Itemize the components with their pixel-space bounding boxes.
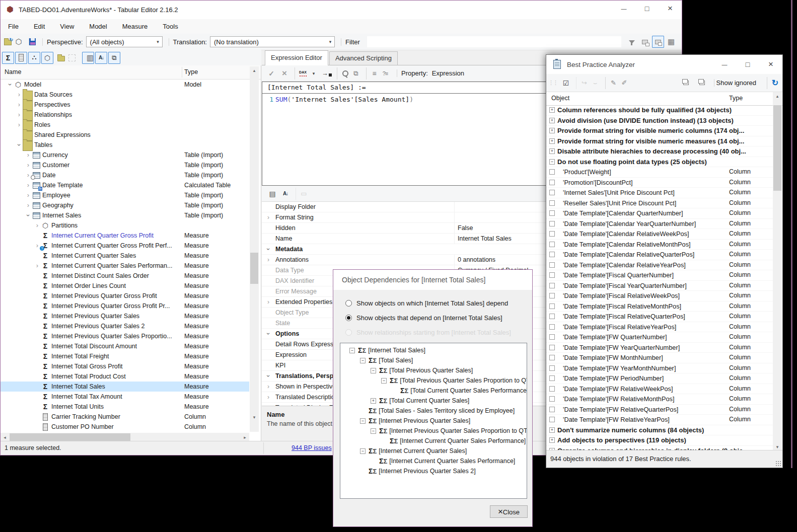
rule-expander-icon[interactable] xyxy=(549,148,555,154)
rule-expander-icon[interactable] xyxy=(549,107,555,113)
bpa-row[interactable]: 'Date Template'[FW RelativeQuarterPos] C… xyxy=(546,405,774,415)
dax-formatter-icon[interactable] xyxy=(295,67,307,80)
dependency-node[interactable]: Σ [Total Previous Quarter Sales] xyxy=(349,365,527,375)
maximize-button[interactable] xyxy=(736,56,759,72)
rule-expander-icon[interactable] xyxy=(549,283,555,288)
dependency-node[interactable]: Σ [Total Current Quarter Sales Performan… xyxy=(349,386,527,396)
bpa-row[interactable]: 'Date Template'[FW PeriodNumber] Column xyxy=(546,373,774,384)
tree-row[interactable]: Tables xyxy=(1,140,249,150)
minimize-button[interactable] xyxy=(612,1,635,17)
bpa-row[interactable]: 'Reseller Sales'[Unit Price Discount Pct… xyxy=(546,198,774,209)
rule-expander-icon[interactable] xyxy=(549,334,555,340)
accept-icon[interactable] xyxy=(265,67,277,80)
tree-row[interactable]: Internet Total Freight Measure xyxy=(1,351,249,361)
tree-row[interactable]: Carrier Tracking Number Column xyxy=(1,412,249,422)
rule-expander-icon[interactable] xyxy=(549,262,555,268)
expander-icon[interactable] xyxy=(25,160,32,170)
expander-icon[interactable] xyxy=(34,261,41,271)
property-pages-icon[interactable] xyxy=(296,188,308,200)
bpa-row[interactable]: 'Internet Sales'[Unit Price Discount Pct… xyxy=(546,188,774,198)
rule-expander-icon[interactable] xyxy=(549,407,555,412)
rule-expander-icon[interactable] xyxy=(549,180,555,185)
cube-icon[interactable] xyxy=(41,52,53,64)
tree-row[interactable]: Date Template Calculated Table xyxy=(1,180,249,190)
dependency-node[interactable]: Σ [Internet Previous Quarter Sales Propo… xyxy=(349,426,527,436)
bpa-row[interactable]: 'Date Template'[FW RelativeYearPos] Colu… xyxy=(546,415,774,425)
perspective-select[interactable]: (All objects) ▾ xyxy=(86,36,163,47)
menu-item[interactable]: Measure xyxy=(115,23,156,30)
bpa-row[interactable]: 'Date Template'[Calendar QuarterNumber] … xyxy=(546,208,774,219)
rule-expander-icon[interactable] xyxy=(549,427,555,433)
tree-row[interactable]: Internet Previous Quarter Sales Measure xyxy=(1,311,249,321)
tree-row[interactable]: Date Table (Import) xyxy=(1,170,249,180)
show-ignored-button[interactable]: Show ignored xyxy=(714,79,759,87)
expander-icon[interactable] xyxy=(7,80,14,90)
menu-item[interactable]: File xyxy=(1,23,26,30)
tree-row[interactable]: Internet Current Quarter Gross Profit Me… xyxy=(1,231,249,241)
cancel-icon[interactable] xyxy=(278,67,291,80)
tree-row[interactable]: Relationships xyxy=(1,110,249,120)
expander-icon[interactable] xyxy=(16,110,23,120)
close-button[interactable] xyxy=(759,56,782,72)
menu-item[interactable]: Tools xyxy=(155,23,185,30)
funnel-icon[interactable] xyxy=(626,36,638,48)
dependency-node[interactable]: Σ [Total Current Quarter Sales] xyxy=(349,396,527,406)
tree-row[interactable]: Roles xyxy=(1,120,249,130)
dependency-node[interactable]: Σ [Total Sales - Sales Territory sliced … xyxy=(349,406,527,416)
categorized-icon[interactable] xyxy=(266,188,278,200)
show-objects-icon[interactable] xyxy=(108,52,120,64)
radio-icon[interactable] xyxy=(345,329,352,336)
rule-expander-icon[interactable] xyxy=(549,190,555,195)
grid-view-icon[interactable] xyxy=(665,36,677,48)
dependency-node[interactable]: Σ [Internet Previous Quarter Sales 2] xyxy=(349,466,527,476)
property-expander-icon[interactable] xyxy=(265,212,272,222)
tree-expander-icon[interactable] xyxy=(349,348,355,353)
explorer-vertical-scrollbar[interactable]: ▴ ▾ xyxy=(250,66,259,432)
scrollbar-thumb[interactable] xyxy=(250,253,258,284)
tree-row[interactable]: Partitions xyxy=(1,220,249,231)
expander-icon[interactable] xyxy=(16,100,23,110)
dependency-node[interactable]: Σ [Internet Current Quarter Sales Perfor… xyxy=(349,456,527,466)
object-column-header[interactable]: Object xyxy=(551,95,569,102)
rule-expander-icon[interactable] xyxy=(549,252,555,257)
dependency-node[interactable]: Σ [Internet Total Sales] xyxy=(349,345,527,355)
dax-code-line[interactable]: SUM('Internet Sales'[Sales Amount]) xyxy=(275,94,413,103)
rule-expander-icon[interactable] xyxy=(549,272,555,278)
expander-icon[interactable] xyxy=(25,150,32,160)
tree-row[interactable]: Internet Sales Table (Import) xyxy=(1,210,249,220)
bpa-row[interactable]: Provide format string for visible numeri… xyxy=(546,136,774,147)
bpa-row[interactable]: 'Date Template'[Calendar RelativeWeekPos… xyxy=(546,229,774,240)
bpa-row[interactable]: Do not use floating point data types (25… xyxy=(546,157,774,168)
bpa-row[interactable]: Column references should be fully qualif… xyxy=(546,105,774,116)
type-column-header[interactable]: Type xyxy=(729,95,743,102)
rule-expander-icon[interactable] xyxy=(549,324,555,330)
property-expander-icon[interactable] xyxy=(265,392,272,402)
search-icon[interactable] xyxy=(337,67,349,80)
rule-expander-icon[interactable] xyxy=(549,118,555,123)
tree-row[interactable]: Internet Current Quarter Gross Profit Pe… xyxy=(1,241,249,251)
tree-expander-icon[interactable] xyxy=(381,378,387,384)
bpa-row[interactable]: 'Date Template'[FW RelativeWeekPos] Colu… xyxy=(546,384,774,395)
tree-row[interactable]: Internet Order Lines Count Measure xyxy=(1,281,249,291)
indent-icon[interactable] xyxy=(366,67,378,80)
type-column-header[interactable]: Type xyxy=(184,68,198,75)
sigma-icon[interactable] xyxy=(2,52,14,64)
tree-row[interactable]: Employee Table (Import) xyxy=(1,190,249,200)
rule-expander-icon[interactable] xyxy=(549,200,555,206)
tree-expander-icon[interactable] xyxy=(371,368,376,373)
tree-row[interactable]: Internet Total Units Measure xyxy=(1,402,249,412)
bpa-row[interactable]: Avoid division (use DIVIDE function inst… xyxy=(546,116,774,126)
property-expander-icon[interactable] xyxy=(265,297,272,307)
tree-row[interactable]: Internet Current Quarter Sales Performan… xyxy=(1,261,249,271)
import-icon[interactable] xyxy=(321,67,333,80)
open-folder-icon[interactable] xyxy=(4,40,12,45)
dashed-box-icon[interactable] xyxy=(66,52,78,64)
tree-row[interactable]: Internet Previous Quarter Sales Proporti… xyxy=(1,331,249,341)
rule-expander-icon[interactable] xyxy=(549,314,555,319)
rule-expander-icon[interactable] xyxy=(549,355,555,360)
rule-expander-icon[interactable] xyxy=(549,128,555,133)
tree-row[interactable]: Internet Current Quarter Sales Measure xyxy=(1,251,249,261)
rule-expander-icon[interactable] xyxy=(549,375,555,381)
sort-az-icon[interactable] xyxy=(95,52,107,64)
rule-expander-icon[interactable] xyxy=(549,437,555,443)
